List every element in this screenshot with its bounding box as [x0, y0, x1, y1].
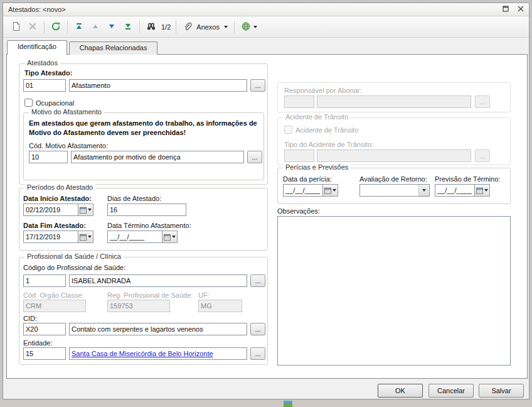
taskbar-app-icon[interactable] [284, 401, 292, 407]
tipo-atestado-label: Tipo Atestado: [24, 69, 72, 77]
integration-button[interactable] [238, 19, 260, 35]
data-inicio-calendar-button[interactable] [78, 204, 93, 216]
chevron-down-icon [253, 26, 257, 28]
periodos-group: Períodos do Atestado Data Início Atestad… [19, 188, 268, 251]
atestados-group-title: Atestados [24, 59, 60, 67]
delete-icon [28, 22, 37, 32]
last-record-button[interactable] [120, 19, 136, 35]
close-button[interactable] [518, 6, 524, 13]
toolbar-separator [234, 21, 235, 33]
orgao-classe-input [23, 300, 86, 312]
cod-motivo-input[interactable] [29, 151, 68, 163]
ocupacional-checkbox-input[interactable] [24, 99, 33, 107]
data-termino-calendar-button[interactable] [162, 231, 178, 243]
chevron-down-icon [422, 189, 426, 192]
codigo-profissional-input[interactable] [23, 274, 66, 287]
maximize-button[interactable] [503, 6, 509, 13]
cid-codigo-input[interactable] [23, 323, 66, 335]
uf-input [198, 300, 242, 312]
avaliacao-retorno-combobox[interactable] [359, 184, 430, 197]
ok-button[interactable]: OK [378, 384, 423, 398]
chevron-down-icon [224, 26, 228, 28]
data-pericia-input[interactable] [283, 184, 323, 197]
data-pericia-calendar-button[interactable] [323, 184, 338, 197]
responsavel-abonar-nome-input [317, 95, 471, 108]
acidente-group-title: Acidente de Trânsito [283, 113, 351, 121]
acidente-transito-group: Acidente de Trânsito Acidente de Trânsit… [277, 117, 511, 165]
calendar-icon [164, 234, 171, 241]
refresh-button[interactable] [48, 19, 63, 35]
calendar-icon [476, 187, 483, 194]
pericias-group: Perícias e Previsões Data da perícia: Av… [277, 168, 511, 204]
tipo-atestado-codigo-input[interactable] [23, 79, 66, 92]
data-inicio-input[interactable] [23, 204, 78, 216]
tipo-atestado-lookup-button[interactable]: ... [250, 79, 265, 92]
anexos-label: Anexos [196, 23, 220, 31]
chevron-down-icon [172, 236, 176, 238]
cid-descricao-input[interactable] [69, 323, 247, 335]
nav-next-icon [108, 23, 115, 31]
toolbar: 1/2 Anexos [3, 17, 529, 38]
atestados-window: Atestados: <novo> 1/2 Anexos [3, 3, 529, 399]
motivo-descricao-input[interactable] [71, 151, 244, 163]
motivo-lookup-button[interactable]: ... [247, 151, 262, 163]
cancelar-button[interactable]: Cancelar [428, 384, 474, 398]
acidente-transito-checkbox: Acidente de Trânsito [284, 126, 358, 134]
cod-motivo-label: Cód. Motivo Afastamento: [29, 142, 108, 149]
ocupacional-checkbox[interactable]: Ocupacional [24, 99, 74, 107]
anexos-button[interactable]: Anexos [180, 19, 230, 35]
tab-chapas-relacionadas[interactable]: Chapas Relacionadas [69, 41, 158, 55]
data-termino-input[interactable] [107, 231, 162, 243]
tipo-acidente-descricao-input [317, 149, 471, 162]
data-termino-label: Data Término Afastamento: [107, 222, 191, 229]
entidade-codigo-input[interactable] [23, 347, 66, 360]
motivo-group-title: Motivo do Afastamento [29, 108, 104, 116]
delete-record-button[interactable] [25, 19, 40, 35]
calendar-icon [80, 207, 87, 214]
data-fim-datepicker [23, 231, 93, 243]
avaliacao-retorno-label: Avaliação de Retorno: [359, 175, 427, 183]
title-bar: Atestados: <novo> [3, 3, 529, 16]
pericias-group-title: Perícias e Previsões [283, 163, 351, 171]
tipo-atestado-descricao-input[interactable] [69, 79, 247, 92]
search-button[interactable] [144, 19, 159, 35]
refresh-icon [51, 21, 61, 33]
profissional-lookup-button[interactable]: ... [250, 274, 265, 287]
previsao-termino-input[interactable] [435, 184, 475, 197]
new-record-button[interactable] [9, 19, 24, 35]
identificacao-panel: Atestados Tipo Atestado: ... Ocupacional… [6, 54, 528, 379]
responsavel-abonar-lookup-button: ... [475, 95, 490, 108]
entidade-link[interactable]: Santa Casa de Misericórdia de Belo Horiz… [72, 350, 213, 357]
nome-profissional-input[interactable] [69, 274, 247, 287]
tipo-acidente-label: Tipo do Acidente de Trânsito: [284, 141, 373, 148]
motivo-afastamento-group: Motivo do Afastamento Em atestados que g… [23, 112, 264, 180]
chevron-down-icon [88, 209, 92, 211]
previsao-termino-datepicker [435, 184, 490, 197]
salvar-button[interactable]: Salvar [479, 384, 524, 398]
tab-identificacao[interactable]: Identificação [7, 40, 67, 55]
globe-icon [241, 21, 251, 33]
combo-dropdown-button[interactable] [418, 185, 429, 196]
entidade-label: Entidade: [23, 339, 52, 347]
data-fim-input[interactable] [23, 231, 78, 243]
uf-label: UF: [198, 291, 210, 299]
previsao-termino-calendar-button[interactable] [475, 184, 490, 197]
cid-lookup-button[interactable]: ... [250, 323, 265, 335]
dias-atestado-input[interactable] [107, 204, 186, 216]
ocupacional-label: Ocupacional [36, 99, 74, 107]
codigo-profissional-label: Código do Profissional de Saúde: [23, 264, 125, 271]
acidente-transito-checkbox-label: Acidente de Trânsito [295, 126, 358, 134]
entidade-lookup-button[interactable]: ... [250, 347, 265, 360]
abonar-group: Responsável por Abonar: ... [277, 82, 511, 112]
tipo-acidente-codigo-input [284, 149, 314, 162]
dias-atestado-label: Dias de Atestado: [107, 195, 161, 202]
toolbar-separator [67, 21, 68, 33]
paperclip-icon [183, 22, 192, 33]
previous-record-button[interactable] [88, 19, 103, 35]
next-record-button[interactable] [104, 19, 119, 35]
data-fim-calendar-button[interactable] [78, 231, 93, 243]
profissional-group: Profissional da Saúde / Clínica Código d… [19, 257, 268, 365]
observacoes-textarea[interactable] [277, 216, 511, 366]
data-pericia-datepicker [283, 184, 338, 197]
first-record-button[interactable] [72, 19, 87, 35]
